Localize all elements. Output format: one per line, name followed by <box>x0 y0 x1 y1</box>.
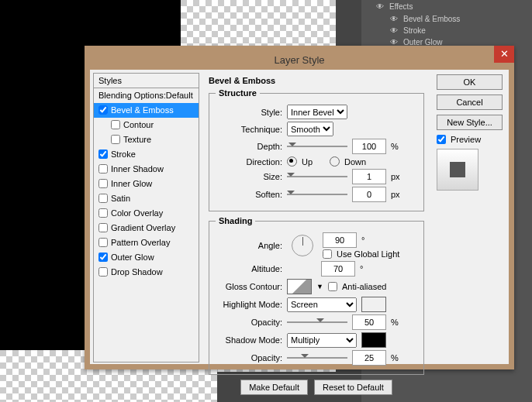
style-row-outer-glow[interactable]: Outer Glow <box>94 250 199 265</box>
style-label: Inner Glow <box>111 179 152 188</box>
new-style-button[interactable]: New Style... <box>437 115 503 130</box>
preview-checkbox[interactable] <box>437 135 446 144</box>
preview-label: Preview <box>451 135 481 144</box>
gloss-label: Gloss Contour: <box>216 282 282 291</box>
reset-default-button[interactable]: Reset to Default <box>314 380 392 395</box>
style-label: Texture <box>123 135 151 144</box>
angle-input[interactable] <box>323 232 357 248</box>
style-label: Outer Glow <box>111 253 154 262</box>
up-label: Up <box>302 157 313 167</box>
structure-fieldset: Structure Style:Inner Bevel Technique:Sm… <box>209 88 424 211</box>
style-row-inner-glow[interactable]: Inner Glow <box>94 177 199 191</box>
unit: % <box>391 318 399 327</box>
gloss-contour-picker[interactable] <box>287 279 312 294</box>
dialog-title: Layer Style <box>274 54 324 66</box>
fx-label: Stroke <box>403 26 426 35</box>
make-default-button[interactable]: Make Default <box>240 380 308 395</box>
eye-icon[interactable]: 👁 <box>389 26 399 35</box>
style-checkbox[interactable] <box>98 208 108 218</box>
ok-button[interactable]: OK <box>437 74 503 90</box>
fx-label: Effects <box>389 2 413 11</box>
shadow-opacity-slider[interactable] <box>287 352 347 363</box>
antialias-checkbox[interactable] <box>328 282 337 291</box>
style-checkbox[interactable] <box>98 179 108 188</box>
direction-down-radio[interactable] <box>330 156 340 167</box>
down-label: Down <box>344 157 366 167</box>
shadow-mode-select[interactable]: Multiply <box>287 333 357 348</box>
style-row-inner-shadow[interactable]: Inner Shadow <box>94 162 199 177</box>
styles-list: Styles Blending Options:Default Bevel & … <box>93 73 199 362</box>
global-light-checkbox[interactable] <box>323 249 332 259</box>
style-row-gradient-overlay[interactable]: Gradient Overlay <box>94 221 199 235</box>
style-row-bevel-emboss[interactable]: Bevel & Emboss <box>94 103 199 118</box>
style-checkbox[interactable] <box>98 223 108 232</box>
style-label: Drop Shadow <box>111 267 163 277</box>
style-label: Pattern Overlay <box>111 238 170 247</box>
style-label: Bevel & Emboss <box>111 105 174 115</box>
fx-row-effects[interactable]: 👁Effects <box>361 0 532 13</box>
styles-header[interactable]: Styles <box>94 74 199 88</box>
highlight-opacity-slider[interactable] <box>287 317 347 328</box>
technique-select[interactable]: Smooth <box>287 122 333 136</box>
style-row-contour[interactable]: Contour <box>94 118 199 132</box>
style-checkbox[interactable] <box>98 164 108 174</box>
style-label: Color Overlay <box>111 208 163 218</box>
style-row-color-overlay[interactable]: Color Overlay <box>94 206 199 221</box>
preview-thumbnail <box>437 149 478 191</box>
style-checkbox[interactable] <box>98 238 108 247</box>
shadow-opacity-input[interactable] <box>352 350 386 366</box>
unit: px <box>391 172 400 181</box>
blending-options-row[interactable]: Blending Options:Default <box>94 88 199 103</box>
style-label: Gradient Overlay <box>111 223 175 232</box>
style-row-pattern-overlay[interactable]: Pattern Overlay <box>94 235 199 250</box>
soften-slider[interactable] <box>287 189 347 200</box>
angle-wheel[interactable] <box>292 235 313 256</box>
eye-icon[interactable]: 👁 <box>375 2 385 11</box>
layer-style-dialog: Layer Style ✕ Styles Blending Options:De… <box>85 46 514 369</box>
style-checkbox[interactable] <box>98 105 108 115</box>
style-select[interactable]: Inner Bevel <box>287 105 347 119</box>
opacity-label: Opacity: <box>216 318 282 327</box>
cancel-button[interactable]: Cancel <box>437 94 503 110</box>
style-checkbox[interactable] <box>98 149 108 159</box>
style-checkbox[interactable] <box>98 194 108 203</box>
style-checkbox[interactable] <box>98 267 108 277</box>
preview-swatch <box>450 162 465 177</box>
angle-label: Angle: <box>216 241 282 250</box>
soften-input[interactable] <box>352 187 386 202</box>
soften-label: Soften: <box>216 190 282 199</box>
close-button[interactable]: ✕ <box>494 46 514 63</box>
fx-row-stroke[interactable]: 👁Stroke <box>361 25 532 36</box>
anti-label: Anti-aliased <box>342 282 386 291</box>
highlight-label: Highlight Mode: <box>216 300 282 309</box>
size-slider[interactable] <box>287 171 347 182</box>
shadow-color-swatch[interactable] <box>361 332 386 348</box>
dialog-buttons: OK Cancel New Style... Preview <box>432 71 507 364</box>
dialog-titlebar[interactable]: Layer Style ✕ <box>90 51 509 70</box>
direction-up-radio[interactable] <box>287 156 297 167</box>
global-label: Use Global Light <box>337 249 399 259</box>
unit: % <box>391 353 399 362</box>
style-row-satin[interactable]: Satin <box>94 191 199 206</box>
highlight-opacity-input[interactable] <box>352 314 386 330</box>
style-label: Stroke <box>111 149 136 159</box>
shading-legend: Shading <box>216 216 255 225</box>
altitude-input[interactable] <box>321 261 355 277</box>
depth-slider[interactable] <box>287 141 347 152</box>
eye-icon[interactable]: 👁 <box>389 15 399 23</box>
highlight-mode-select[interactable]: Screen <box>287 297 357 312</box>
style-row-drop-shadow[interactable]: Drop Shadow <box>94 265 199 280</box>
depth-label: Depth: <box>216 142 282 151</box>
style-row-stroke[interactable]: Stroke <box>94 147 199 162</box>
highlight-color-swatch[interactable] <box>361 297 386 312</box>
size-label: Size: <box>216 172 282 181</box>
deg: ° <box>361 235 364 245</box>
style-checkbox[interactable] <box>111 135 120 144</box>
style-checkbox[interactable] <box>111 120 120 129</box>
depth-input[interactable] <box>352 139 386 154</box>
style-checkbox[interactable] <box>98 253 108 262</box>
style-label: Style: <box>216 108 282 117</box>
style-row-texture[interactable]: Texture <box>94 132 199 147</box>
fx-row-bevel[interactable]: 👁Bevel & Emboss <box>361 13 532 25</box>
size-input[interactable] <box>352 169 386 184</box>
